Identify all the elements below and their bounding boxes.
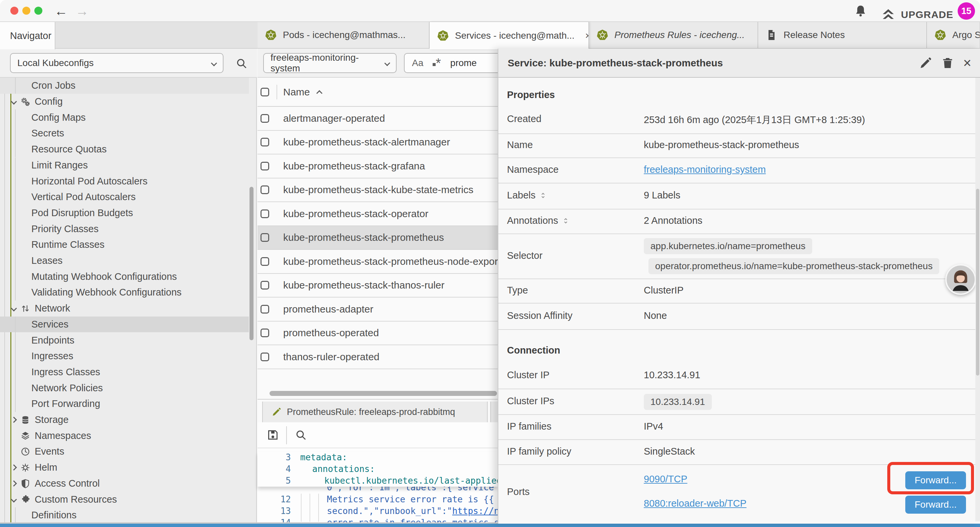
- detail-value[interactable]: freeleaps-monitoring-system: [644, 164, 766, 175]
- sidebar-item-label: Pod Disruption Budgets: [31, 207, 133, 218]
- sidebar-search-icon[interactable]: [235, 57, 248, 69]
- app-tab-prometheus[interactable]: Prometheus Rules - icecheng...: [589, 22, 758, 48]
- row-checkbox[interactable]: [261, 138, 269, 146]
- sidebar-item-port-forwarding[interactable]: Port Forwarding: [0, 396, 249, 412]
- detail-label: Annotations: [507, 215, 570, 226]
- sidebar-item-ingress-classes[interactable]: Ingress Classes: [0, 364, 249, 380]
- row-checkbox[interactable]: [261, 305, 269, 314]
- row-checkbox[interactable]: [261, 114, 269, 123]
- value-chip[interactable]: 10.233.14.91: [644, 394, 712, 410]
- close-traffic-light[interactable]: [10, 7, 18, 15]
- row-checkbox[interactable]: [261, 233, 269, 242]
- filter-input[interactable]: Aa * prome: [404, 53, 504, 73]
- sidebar-item-endpoints[interactable]: Endpoints: [0, 332, 249, 348]
- sidebar-item-cron-jobs[interactable]: Cron Jobs: [0, 78, 249, 94]
- service-row[interactable]: kube-prometheus-stack-prometheus: [258, 226, 498, 250]
- sidebar-item-mutating-webhook-configurations[interactable]: Mutating Webhook Configurations: [0, 269, 249, 285]
- editor-search-icon[interactable]: [295, 429, 307, 441]
- sidebar-item-services[interactable]: Services: [0, 317, 249, 333]
- row-checkbox[interactable]: [261, 353, 269, 361]
- service-row[interactable]: kube-prometheus-stack-alertmanager: [258, 131, 498, 155]
- sidebar-item-resource-quotas[interactable]: Resource Quotas: [0, 142, 249, 158]
- sidebar-item-runtime-classes[interactable]: Runtime Classes: [0, 237, 249, 253]
- forward-button[interactable]: Forward...: [905, 496, 966, 514]
- selector-chip[interactable]: app.kubernetes.io/name=prometheus: [644, 238, 812, 254]
- sidebar-item-validating-webhook-configurations[interactable]: Validating Webhook Configurations: [0, 285, 249, 301]
- service-row[interactable]: thanos-ruler-operated: [258, 345, 498, 369]
- service-row[interactable]: kube-prometheus-stack-grafana: [258, 154, 498, 178]
- app-tab-pods[interactable]: Pods - icecheng@mathmas...: [258, 22, 430, 48]
- sidebar-item-network[interactable]: Network: [0, 301, 249, 317]
- sidebar-item-namespaces[interactable]: Namespaces: [0, 428, 249, 444]
- sidebar-item-events[interactable]: Events: [0, 444, 249, 460]
- sidebar-item-label: Ingresses: [31, 350, 73, 361]
- app-tab-release[interactable]: Release Notes: [758, 22, 927, 48]
- row-checkbox[interactable]: [261, 185, 269, 194]
- edit-pencil-icon[interactable]: [919, 56, 932, 70]
- horizontal-scrollbar[interactable]: [269, 391, 497, 396]
- regex-toggle[interactable]: *: [433, 58, 441, 68]
- sidebar-scrollbar[interactable]: [250, 187, 253, 340]
- row-checkbox[interactable]: [261, 209, 269, 218]
- back-button[interactable]: ←: [54, 0, 68, 22]
- name-column-header[interactable]: Name: [283, 86, 310, 98]
- sidebar-item-horizontal-pod-autoscalers[interactable]: Horizontal Pod Autoscalers: [0, 173, 249, 189]
- service-row[interactable]: kube-prometheus-stack-kube-state-metrics: [258, 178, 498, 202]
- sort-ascending-icon[interactable]: [316, 90, 322, 96]
- sidebar-item-config-maps[interactable]: Config Maps: [0, 110, 249, 126]
- avatar[interactable]: [945, 264, 976, 295]
- sidebar-item-limit-ranges[interactable]: Limit Ranges: [0, 158, 249, 174]
- maximize-traffic-light[interactable]: [34, 7, 42, 15]
- sidebar-item-label: Helm: [35, 462, 57, 473]
- port-link[interactable]: 8080:reloader-web/TCP: [644, 498, 746, 509]
- namespace-select[interactable]: freeleaps-monitoring-system: [263, 53, 396, 73]
- sidebar-item-definitions[interactable]: Definitions: [0, 507, 249, 523]
- sidebar-item-secrets[interactable]: Secrets: [0, 126, 249, 142]
- sidebar-item-helm[interactable]: Helm: [0, 460, 249, 476]
- sidebar-item-network-policies[interactable]: Network Policies: [0, 380, 249, 396]
- app-tab-services[interactable]: Services - icecheng@math...×: [430, 22, 589, 49]
- service-row[interactable]: kube-prometheus-stack-prometheus-node-ex…: [258, 250, 498, 274]
- select-all-checkbox[interactable]: [261, 88, 269, 96]
- sidebar-item-ingresses[interactable]: Ingresses: [0, 348, 249, 364]
- sidebar-item-leases[interactable]: Leases: [0, 253, 249, 269]
- service-row[interactable]: prometheus-adapter: [258, 298, 498, 322]
- save-icon[interactable]: [266, 428, 280, 442]
- row-checkbox[interactable]: [261, 162, 269, 170]
- sort-updown-icon[interactable]: [562, 217, 570, 225]
- service-row[interactable]: kube-prometheus-stack-operator: [258, 202, 498, 226]
- row-checkbox[interactable]: [261, 257, 269, 266]
- selector-chip[interactable]: operator.prometheus.io/name=kube-prometh…: [648, 258, 939, 274]
- notifications-bell-icon[interactable]: [854, 4, 867, 18]
- app-tab-argo[interactable]: Argo Se: [927, 22, 980, 48]
- toolbar-divider: [286, 426, 287, 444]
- sidebar-item-config[interactable]: Config: [0, 94, 249, 110]
- service-row[interactable]: alertmanager-operated: [258, 107, 498, 131]
- sort-updown-icon[interactable]: [539, 191, 547, 200]
- row-checkbox[interactable]: [261, 328, 269, 337]
- sidebar-item-pod-disruption-budgets[interactable]: Pod Disruption Budgets: [0, 205, 249, 221]
- sidebar-item-storage[interactable]: Storage: [0, 412, 249, 428]
- minimize-traffic-light[interactable]: [22, 7, 30, 15]
- service-row[interactable]: kube-prometheus-stack-thanos-ruler: [258, 274, 498, 298]
- kubeconfig-select[interactable]: Local Kubeconfigs: [10, 53, 223, 73]
- detail-scrollbar-thumb[interactable]: [976, 189, 979, 376]
- notification-count-badge[interactable]: 15: [958, 2, 975, 20]
- forward-button[interactable]: →: [75, 0, 89, 22]
- sidebar-item-priority-classes[interactable]: Priority Classes: [0, 221, 249, 237]
- row-checkbox[interactable]: [261, 281, 269, 290]
- yaml-editor[interactable]: 3metadata:4annotations:5kubectl.kubernet…: [258, 448, 498, 522]
- delete-trash-icon[interactable]: [941, 56, 954, 70]
- match-case-toggle[interactable]: Aa: [412, 58, 423, 68]
- sidebar-item-custom-resources[interactable]: Custom Resources: [0, 491, 249, 507]
- sidebar-item-access-control[interactable]: Access Control: [0, 476, 249, 492]
- navigator-panel-tab[interactable]: Navigator: [0, 22, 56, 49]
- namespaces-icon: [16, 431, 35, 441]
- connection-section-title: Connection: [507, 345, 560, 356]
- service-row[interactable]: prometheus-operated: [258, 322, 498, 345]
- close-tab-icon[interactable]: ×: [581, 30, 589, 41]
- editor-tab-prometheusrule[interactable]: PrometheusRule: freeleaps-prod-rabbitmq: [262, 401, 488, 422]
- port-link[interactable]: 9090/TCP: [644, 474, 687, 485]
- sidebar-item-vertical-pod-autoscalers[interactable]: Vertical Pod Autoscalers: [0, 189, 249, 205]
- close-icon[interactable]: ×: [963, 56, 971, 70]
